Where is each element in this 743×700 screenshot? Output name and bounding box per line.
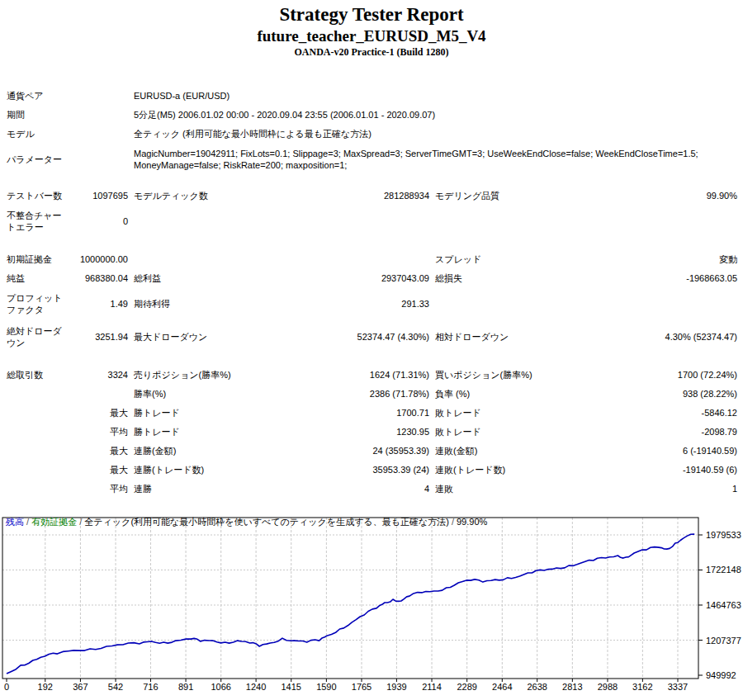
x-axis-label: 3162 bbox=[632, 682, 652, 692]
row-value-3: -19140.59 (6) bbox=[599, 464, 737, 475]
row-value-3: 1 bbox=[599, 483, 737, 494]
x-axis-label: 2289 bbox=[457, 682, 476, 692]
row-label-3: 連敗(金額) bbox=[435, 445, 599, 456]
table-row: 通貨ペアEURUSD-a (EUR/USD) bbox=[7, 86, 737, 105]
row-value-1: 1000000.00 bbox=[69, 253, 128, 265]
row-value-3: 99.90% bbox=[599, 190, 737, 201]
row-value-3: 938 (28.22%) bbox=[599, 388, 737, 400]
row-label-2: モデルティック数 bbox=[134, 190, 295, 201]
legend-separator: / bbox=[24, 517, 31, 527]
table-row: 平均勝トレード1230.95敗トレード-2098.79 bbox=[7, 422, 737, 441]
row-span-value: EURUSD-a (EUR/USD) bbox=[134, 90, 737, 102]
row-label: 絶対ドローダウン bbox=[7, 325, 69, 348]
row-value-2: 1230.95 bbox=[295, 426, 429, 438]
row-label-2: 勝率(%) bbox=[134, 388, 295, 400]
x-axis-label: 891 bbox=[178, 682, 193, 692]
row-value-2: 4 bbox=[295, 483, 429, 494]
row-label: 純益 bbox=[7, 272, 69, 284]
row-span-value: 5分足(M5) 2006.01.02 00:00 - 2020.09.04 23… bbox=[134, 109, 737, 121]
row-value-1: 3324 bbox=[69, 369, 128, 381]
legend-model-label: 全ティック(利用可能な最小時間枠を使いすべてのティックを生成する、最も正確な方法… bbox=[84, 517, 448, 527]
x-axis-label: 2813 bbox=[562, 682, 582, 692]
row-label: テストバー数 bbox=[7, 190, 69, 201]
table-row: 最大連勝(トレード数)35953.39 (24)連敗(トレード数)-19140.… bbox=[7, 460, 737, 479]
row-value-2: 1700.71 bbox=[295, 407, 429, 419]
row-label-2: 期待利得 bbox=[134, 298, 295, 310]
row-label-3: モデリング品質 bbox=[435, 190, 599, 201]
row-label: 不整合チャートエラー bbox=[7, 210, 69, 233]
row-value-1: 1.49 bbox=[69, 298, 128, 310]
legend-separator: / bbox=[449, 517, 457, 527]
row-label-3: 買いポジション(勝率%) bbox=[435, 369, 599, 381]
table-row: 純益968380.04総利益2937043.09総損失-1968663.05 bbox=[7, 268, 737, 287]
table-row: 初期証拠金1000000.00スプレッド変動 bbox=[7, 249, 737, 268]
balance-chart-svg: 0192367542716891106612401415159017651939… bbox=[2, 516, 741, 700]
legend-separator: / bbox=[77, 517, 84, 527]
x-axis-label: 2114 bbox=[422, 682, 442, 692]
row-value-1: 最大 bbox=[69, 445, 128, 456]
row-value-1: 平均 bbox=[69, 483, 128, 494]
table-row: 平均連勝4連敗1 bbox=[7, 479, 737, 498]
row-value-3: -1968663.05 bbox=[599, 272, 737, 284]
table-spacer bbox=[7, 176, 737, 186]
row-value-2: 2937043.09 bbox=[295, 272, 429, 284]
row-value-1: 968380.04 bbox=[69, 272, 128, 284]
report-header: Strategy Tester Report future_teacher_EU… bbox=[0, 0, 743, 59]
row-label: 通貨ペア bbox=[7, 90, 69, 102]
row-label-2: 最大ドローダウン bbox=[134, 331, 295, 343]
y-axis-label: 1979533 bbox=[706, 530, 741, 540]
row-value-3: 1700 (72.24%) bbox=[599, 369, 737, 381]
legend-quality-value: 99.90% bbox=[457, 517, 487, 527]
report-table: 通貨ペアEURUSD-a (EUR/USD)期間5分足(M5) 2006.01.… bbox=[7, 86, 737, 498]
row-label: パラメーター bbox=[7, 154, 69, 165]
x-axis-label: 1240 bbox=[246, 682, 266, 692]
row-value-2: 1624 (71.31%) bbox=[295, 369, 429, 381]
row-label-3: スプレッド bbox=[435, 253, 599, 265]
report-server: OANDA-v20 Practice-1 (Build 1280) bbox=[0, 46, 743, 59]
row-value-1: 1097695 bbox=[69, 190, 128, 201]
table-row: 最大連勝(金額)24 (35953.39)連敗(金額)6 (-19140.59) bbox=[7, 441, 737, 460]
y-axis-label: 1207377 bbox=[706, 636, 741, 646]
row-label-3: 敗トレード bbox=[435, 407, 599, 419]
table-row: 勝率(%)2386 (71.78%)負率 (%)938 (28.22%) bbox=[7, 384, 737, 403]
x-axis-label: 1939 bbox=[386, 682, 406, 692]
table-row: 期間5分足(M5) 2006.01.02 00:00 - 2020.09.04 … bbox=[7, 105, 737, 124]
table-row: テストバー数1097695モデルティック数281288934モデリング品質99.… bbox=[7, 186, 737, 205]
row-value-1: 0 bbox=[69, 215, 128, 227]
y-axis-label: 949992 bbox=[706, 670, 736, 680]
chart-legend: 残高 / 有効証拠金 / 全ティック(利用可能な最小時間枠を使いすべてのティック… bbox=[6, 517, 487, 527]
table-row: 不整合チャートエラー0 bbox=[7, 205, 737, 238]
row-label-3: 敗トレード bbox=[435, 426, 599, 438]
row-value-2: 24 (35953.39) bbox=[295, 445, 429, 456]
row-label-2: 連勝(金額) bbox=[134, 445, 295, 456]
table-row: 絶対ドローダウン3251.94最大ドローダウン52374.47 (4.30%)相… bbox=[7, 320, 737, 353]
table-row: モデル全ティック (利用可能な最小時間枠による最も正確な方法) bbox=[7, 124, 737, 143]
x-axis-label: 1066 bbox=[211, 682, 230, 692]
row-label-3: 負率 (%) bbox=[435, 388, 599, 400]
row-value-3: 6 (-19140.59) bbox=[599, 445, 737, 456]
row-label-3: 連敗 bbox=[435, 483, 599, 494]
strategy-tester-report: { "header": { "title": "Strategy Tester … bbox=[0, 0, 743, 700]
x-axis-label: 1415 bbox=[281, 682, 301, 692]
balance-chart: 残高 / 有効証拠金 / 全ティック(利用可能な最小時間枠を使いすべてのティック… bbox=[2, 516, 741, 700]
report-title: Strategy Tester Report bbox=[0, 2, 743, 26]
row-label-2: 売りポジション(勝率%) bbox=[134, 369, 295, 381]
row-value-3: -5846.12 bbox=[599, 407, 737, 419]
row-label-2: 総利益 bbox=[134, 272, 295, 284]
row-span-value: MagicNumber=19042911; FixLots=0.1; Slipp… bbox=[134, 148, 737, 171]
row-value-2: 281288934 bbox=[295, 190, 429, 201]
table-spacer bbox=[7, 353, 737, 365]
row-value-3: 変動 bbox=[599, 253, 737, 265]
table-row: 最大勝トレード1700.71敗トレード-5846.12 bbox=[7, 403, 737, 422]
table-row: パラメーターMagicNumber=19042911; FixLots=0.1;… bbox=[7, 143, 737, 176]
report-symbol-title: future_teacher_EURUSD_M5_V4 bbox=[0, 26, 743, 46]
balance-line bbox=[7, 534, 694, 674]
row-value-1: 最大 bbox=[69, 464, 128, 475]
legend-equity-label: 有効証拠金 bbox=[31, 517, 77, 527]
row-value-1: 最大 bbox=[69, 407, 128, 419]
y-axis-label: 1722148 bbox=[706, 565, 741, 575]
row-label: プロフィットファクタ bbox=[7, 292, 69, 315]
row-label-2: 勝トレード bbox=[134, 407, 295, 419]
row-label-3: 連敗(トレード数) bbox=[435, 464, 599, 475]
row-span-value: 全ティック (利用可能な最小時間枠による最も正確な方法) bbox=[134, 128, 737, 140]
